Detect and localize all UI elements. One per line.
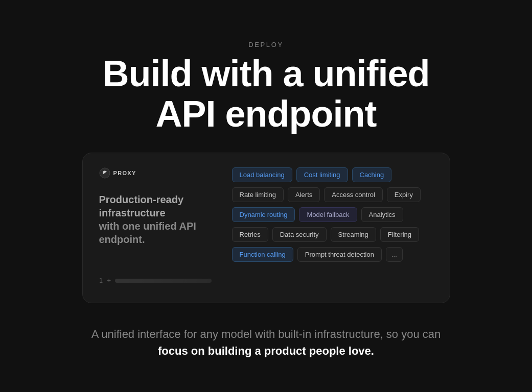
tag-data-security[interactable]: Data security [272,227,327,242]
code-bar [115,279,211,283]
tag-expiry[interactable]: Expiry [387,187,421,202]
code-line: 1 + [99,277,212,284]
card-right: Load balancing Cost limiting Caching Rat… [232,167,433,262]
proxy-icon [99,167,110,179]
tag-rate-limiting[interactable]: Rate limiting [232,187,284,202]
proxy-text: PROXY [113,170,136,176]
bottom-text: A unified interface for any model with b… [91,326,441,359]
tag-cost-limiting[interactable]: Cost limiting [296,167,348,182]
card-heading-line2: with one unified API endpoint. [99,220,196,245]
deploy-label: DEPLOY [248,41,283,48]
bottom-section: A unified interface for any model with b… [51,326,482,359]
card-heading: Production-ready infrastructure with one… [99,193,212,246]
tag-prompt-threat[interactable]: Prompt threat detection [297,247,382,262]
proxy-badge: PROXY [99,167,212,179]
tag-dynamic-routing[interactable]: Dynamic routing [232,207,295,222]
bottom-text-regular: A unified interface for any model with b… [91,328,441,340]
tag-streaming[interactable]: Streaming [331,227,376,242]
card-heading-line1: Production-ready infrastructure [99,194,184,218]
tag-access-control[interactable]: Access control [324,187,383,202]
tag-filtering[interactable]: Filtering [380,227,419,242]
main-card: PROXY Production-ready infrastructure wi… [82,153,450,303]
tag-row-4: Retries Data security Streaming Filterin… [232,227,433,242]
hero-title: Build with a unified API endpoint [103,54,430,134]
tag-caching[interactable]: Caching [352,167,392,182]
tag-row-1: Load balancing Cost limiting Caching [232,167,433,182]
hero-line2: API endpoint [156,93,377,134]
tag-row-3: Dynamic routing Model fallback Analytics [232,207,433,222]
tag-row-2: Rate limiting Alerts Access control Expi… [232,187,433,202]
tag-row-5: Function calling Prompt threat detection… [232,247,433,262]
tag-alerts[interactable]: Alerts [288,187,320,202]
bottom-text-bold: focus on building a product people love. [158,345,374,357]
plus-sign: + [107,277,111,284]
tag-retries[interactable]: Retries [232,227,268,242]
tag-load-balancing[interactable]: Load balancing [232,167,292,182]
tag-model-fallback[interactable]: Model fallback [299,207,357,222]
tag-analytics[interactable]: Analytics [361,207,403,222]
card-left: PROXY Production-ready infrastructure wi… [99,167,212,284]
hero-line1: Build with a unified [103,53,430,94]
line-number: 1 [99,277,103,284]
tag-more[interactable]: ... [386,247,403,262]
tag-function-calling[interactable]: Function calling [232,247,293,262]
